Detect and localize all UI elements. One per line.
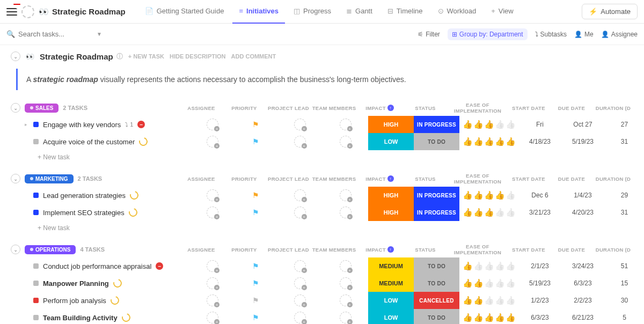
group-pill[interactable]: SALES: [25, 104, 58, 113]
lead-placeholder[interactable]: [294, 294, 306, 306]
flag-icon[interactable]: ⚑: [252, 279, 259, 288]
status-badge[interactable]: IN PROGRESS: [414, 116, 459, 133]
subtasks-button[interactable]: ⤵Subtasks: [535, 31, 567, 38]
impact-badge[interactable]: HIGH: [368, 187, 414, 204]
hide-description-button[interactable]: HIDE DESCRIPTION: [170, 53, 226, 60]
task-name[interactable]: Lead generation strategies: [43, 192, 126, 200]
impact-badge[interactable]: MEDIUM: [368, 275, 414, 292]
assignee-placeholder[interactable]: [207, 277, 218, 289]
assignee-placeholder[interactable]: [207, 207, 218, 218]
menu-icon[interactable]: 6: [6, 8, 17, 16]
due-date[interactable]: 2/2/23: [561, 292, 604, 309]
team-placeholder[interactable]: [340, 207, 352, 218]
status-badge[interactable]: IN PROGRESS: [414, 187, 459, 204]
group-pill[interactable]: MARKETING: [25, 174, 74, 183]
search-input[interactable]: [18, 30, 93, 38]
status-square[interactable]: [33, 210, 39, 215]
filter-button[interactable]: ⚟Filter: [418, 31, 440, 38]
assignee-placeholder[interactable]: [207, 189, 218, 201]
tab-gantt[interactable]: ≣Gantt: [340, 0, 379, 24]
task-name[interactable]: Implement SEO strategies: [43, 209, 125, 217]
team-placeholder[interactable]: [340, 260, 352, 272]
lead-placeholder[interactable]: [294, 189, 306, 201]
sort-icon[interactable]: ↑: [387, 246, 394, 253]
start-date[interactable]: 2/1/23: [518, 257, 561, 275]
duration[interactable]: 15: [604, 275, 644, 292]
due-date[interactable]: 4/20/23: [561, 204, 604, 221]
task-row[interactable]: ▸ Engage with key vendors ⤵ 1− ⚑ HIGH IN…: [11, 116, 633, 133]
task-name[interactable]: Engage with key vendors: [43, 121, 121, 129]
impact-badge[interactable]: MEDIUM: [368, 257, 414, 275]
task-row[interactable]: Conduct job performance appraisal − ⚑ ME…: [11, 257, 633, 275]
status-square[interactable]: [33, 263, 39, 269]
new-task-button[interactable]: + New task: [11, 150, 633, 164]
due-date[interactable]: 1/4/23: [561, 187, 604, 204]
collapse-icon[interactable]: ⌄: [11, 51, 20, 61]
impact-badge[interactable]: HIGH: [368, 116, 414, 133]
status-badge[interactable]: TO DO: [414, 309, 459, 324]
lead-placeholder[interactable]: [294, 277, 306, 289]
task-row[interactable]: Perform job analysis ⚑ LOW CANCELLED 👍👍👍…: [11, 292, 633, 309]
duration[interactable]: 5: [604, 309, 644, 324]
ease-rating[interactable]: 👍👍👍👍👍: [459, 187, 518, 204]
flag-icon[interactable]: ⚑: [252, 262, 259, 270]
status-badge[interactable]: IN PROGRESS: [414, 204, 459, 221]
start-date[interactable]: Dec 6: [518, 187, 561, 204]
duration[interactable]: 30: [604, 292, 644, 309]
due-date[interactable]: Oct 27: [561, 116, 604, 133]
lead-placeholder[interactable]: [294, 136, 306, 148]
tab-getting-started-guide[interactable]: 📄Getting Started Guide: [138, 0, 231, 24]
collapse-icon[interactable]: ⌄: [11, 103, 20, 113]
impact-badge[interactable]: LOW: [368, 309, 414, 324]
lead-placeholder[interactable]: [294, 312, 306, 323]
due-date[interactable]: 6/21/23: [561, 309, 604, 324]
status-square[interactable]: [33, 315, 39, 320]
team-placeholder[interactable]: [340, 136, 352, 148]
assignee-placeholder[interactable]: [207, 294, 218, 306]
task-row[interactable]: Manpower Planning ⚑ MEDIUM TO DO 👍👍👍👍👍 5…: [11, 275, 633, 292]
task-row[interactable]: Acquire voice of the customer ⚑ LOW TO D…: [11, 133, 633, 150]
duration[interactable]: 29: [604, 187, 644, 204]
ease-rating[interactable]: 👍👍👍👍👍: [459, 116, 518, 133]
status-badge[interactable]: TO DO: [414, 257, 459, 275]
flag-icon[interactable]: ⚑: [252, 296, 259, 305]
group-pill[interactable]: OPERATIONS: [25, 245, 76, 254]
impact-badge[interactable]: HIGH: [368, 204, 414, 221]
team-placeholder[interactable]: [340, 277, 352, 289]
team-placeholder[interactable]: [340, 312, 352, 323]
assignee-placeholder[interactable]: [207, 119, 218, 130]
automate-button[interactable]: ⚡ Automate: [582, 4, 638, 19]
task-name[interactable]: Manpower Planning: [43, 279, 109, 288]
ease-rating[interactable]: 👍👍👍👍👍: [459, 257, 518, 275]
new-task-button[interactable]: + New task: [11, 221, 633, 235]
due-date[interactable]: 3/24/23: [561, 257, 604, 275]
status-badge[interactable]: TO DO: [414, 133, 459, 150]
lead-placeholder[interactable]: [294, 207, 306, 218]
flag-icon[interactable]: ⚑: [252, 120, 259, 129]
collapse-icon[interactable]: ⌄: [11, 174, 20, 183]
tab-progress[interactable]: ◫Progress: [287, 0, 338, 24]
me-button[interactable]: 👤Me: [574, 31, 594, 38]
subtask-count[interactable]: ⤵ 1: [125, 121, 133, 128]
due-date[interactable]: 6/3/23: [561, 275, 604, 292]
impact-badge[interactable]: LOW: [368, 292, 414, 309]
task-row[interactable]: Implement SEO strategies ⚑ HIGH IN PROGR…: [11, 204, 633, 221]
sort-icon[interactable]: ↑: [387, 175, 394, 182]
task-name[interactable]: Acquire voice of the customer: [43, 138, 135, 146]
start-date[interactable]: 5/19/23: [518, 275, 561, 292]
ease-rating[interactable]: 👍👍👍👍👍: [459, 292, 518, 309]
ease-rating[interactable]: 👍👍👍👍👍: [459, 309, 518, 324]
task-name[interactable]: Conduct job performance appraisal: [43, 262, 151, 270]
tab-workload[interactable]: ⊙Workload: [431, 0, 483, 24]
ease-rating[interactable]: 👍👍👍👍👍: [459, 204, 518, 221]
status-square[interactable]: [33, 193, 39, 198]
sort-icon[interactable]: ↑: [387, 105, 394, 111]
tab-timeline[interactable]: ⊟Timeline: [381, 0, 429, 24]
collapse-icon[interactable]: ⌄: [11, 245, 20, 254]
flag-icon[interactable]: ⚑: [252, 191, 259, 200]
duration[interactable]: 51: [604, 257, 644, 275]
start-date[interactable]: 3/21/23: [518, 204, 561, 221]
status-badge[interactable]: CANCELLED: [414, 292, 459, 309]
task-row[interactable]: Team Building Activity ⚑ LOW TO DO 👍👍👍👍👍…: [11, 309, 633, 324]
tab-view[interactable]: +View: [485, 0, 520, 24]
